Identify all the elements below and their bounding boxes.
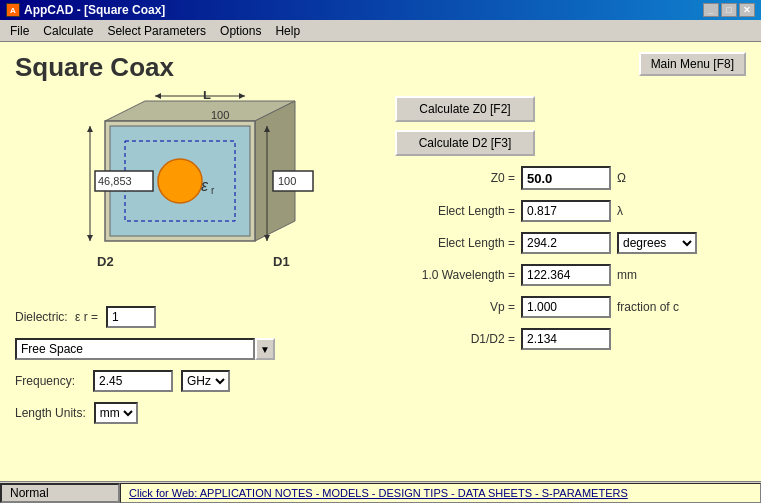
- main-window: Main Menu [F8] Square Coax: [0, 42, 761, 481]
- frequency-unit-container: GHz MHz kHz: [181, 370, 230, 392]
- material-dropdown-button[interactable]: ▼: [255, 338, 275, 360]
- material-dropdown-container: ▼: [15, 338, 275, 360]
- svg-text:ε: ε: [201, 177, 209, 194]
- dielectric-label: Dielectric: ε r =: [15, 310, 98, 324]
- svg-text:100: 100: [278, 175, 296, 187]
- vp-row: Vp = fraction of c: [395, 296, 746, 318]
- z0-row: Z0 = Ω: [395, 166, 746, 190]
- elect-length-unit-select[interactable]: degrees radians: [617, 232, 697, 254]
- menu-options[interactable]: Options: [214, 22, 267, 40]
- epsilon-input[interactable]: [106, 306, 156, 328]
- material-input[interactable]: [15, 338, 255, 360]
- elect-length-deg-label: Elect Length =: [395, 236, 515, 250]
- svg-marker-10: [155, 93, 161, 99]
- frequency-unit-select[interactable]: GHz MHz kHz: [181, 370, 230, 392]
- elect-length-lambda-label: Elect Length =: [395, 204, 515, 218]
- left-panel: ε r L 100: [15, 91, 375, 434]
- calc-z0-button[interactable]: Calculate Z0 [F2]: [395, 96, 535, 122]
- svg-marker-14: [87, 126, 93, 132]
- material-row: ▼: [15, 338, 375, 360]
- elect-length-lambda-input[interactable]: [521, 200, 611, 222]
- dielectric-row: Dielectric: ε r =: [15, 306, 375, 328]
- svg-marker-11: [239, 93, 245, 99]
- wavelength-row: 1.0 Wavelength = mm: [395, 264, 746, 286]
- calc-d2-button[interactable]: Calculate D2 [F3]: [395, 130, 535, 156]
- length-unit-select[interactable]: mm cm in mil: [94, 402, 138, 424]
- menu-file[interactable]: File: [4, 22, 35, 40]
- wavelength-input[interactable]: [521, 264, 611, 286]
- page-title: Square Coax: [15, 52, 746, 83]
- svg-text:100: 100: [211, 109, 229, 121]
- svg-text:D2: D2: [97, 254, 114, 269]
- title-bar-text: AppCAD - [Square Coax]: [24, 3, 165, 17]
- close-button[interactable]: ✕: [739, 3, 755, 17]
- wavelength-unit: mm: [617, 268, 637, 282]
- z0-unit: Ω: [617, 171, 626, 185]
- vp-unit: fraction of c: [617, 300, 679, 314]
- menu-bar: File Calculate Select Parameters Options…: [0, 20, 761, 42]
- menu-help[interactable]: Help: [269, 22, 306, 40]
- frequency-row: Frequency: GHz MHz kHz: [15, 370, 375, 392]
- svg-marker-15: [87, 235, 93, 241]
- elect-length-deg-row: Elect Length = degrees radians: [395, 232, 746, 254]
- svg-marker-21: [264, 235, 270, 241]
- content-area: ε r L 100: [15, 91, 746, 434]
- status-link[interactable]: Click for Web: APPLICATION NOTES - MODEL…: [120, 483, 761, 503]
- d1d2-input[interactable]: [521, 328, 611, 350]
- vp-input[interactable]: [521, 296, 611, 318]
- title-bar-controls[interactable]: _ □ ✕: [703, 3, 755, 17]
- elect-length-deg-input[interactable]: [521, 232, 611, 254]
- svg-text:46,853: 46,853: [98, 175, 132, 187]
- svg-point-5: [158, 159, 202, 203]
- coax-diagram: ε r L 100: [15, 91, 355, 286]
- wavelength-label: 1.0 Wavelength =: [395, 268, 515, 282]
- d1d2-label: D1/D2 =: [395, 332, 515, 346]
- frequency-label: Frequency:: [15, 374, 85, 388]
- menu-calculate[interactable]: Calculate: [37, 22, 99, 40]
- menu-select-parameters[interactable]: Select Parameters: [101, 22, 212, 40]
- z0-input[interactable]: [521, 166, 611, 190]
- maximize-button[interactable]: □: [721, 3, 737, 17]
- status-bar: Normal Click for Web: APPLICATION NOTES …: [0, 481, 761, 503]
- z0-label: Z0 =: [395, 171, 515, 185]
- status-normal: Normal: [0, 483, 120, 503]
- vp-label: Vp =: [395, 300, 515, 314]
- right-panel: Calculate Z0 [F2] Calculate D2 [F3] Z0 =…: [395, 91, 746, 434]
- title-bar-left: A AppCAD - [Square Coax]: [6, 3, 165, 17]
- elect-length-lambda-unit: λ: [617, 204, 623, 218]
- main-menu-button[interactable]: Main Menu [F8]: [639, 52, 746, 76]
- frequency-input[interactable]: [93, 370, 173, 392]
- title-bar: A AppCAD - [Square Coax] _ □ ✕: [0, 0, 761, 20]
- length-units-label: Length Units:: [15, 406, 86, 420]
- minimize-button[interactable]: _: [703, 3, 719, 17]
- elect-length-lambda-row: Elect Length = λ: [395, 200, 746, 222]
- diagram-area: ε r L 100: [15, 91, 355, 291]
- length-units-row: Length Units: mm cm in mil: [15, 402, 375, 424]
- length-unit-container: mm cm in mil: [94, 402, 138, 424]
- svg-text:D1: D1: [273, 254, 290, 269]
- app-icon: A: [6, 3, 20, 17]
- d1d2-row: D1/D2 =: [395, 328, 746, 350]
